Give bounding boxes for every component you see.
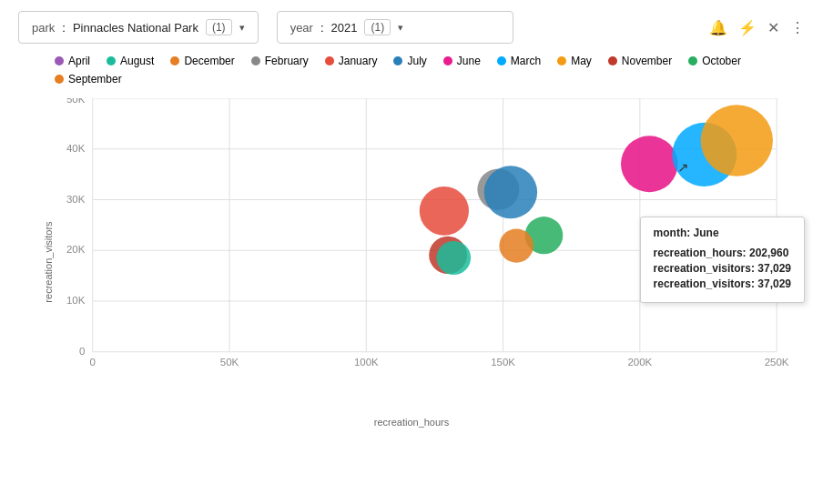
legend-item-april: April <box>55 55 90 67</box>
park-dropdown-icon[interactable]: ▾ <box>239 22 245 34</box>
bell-icon[interactable]: 🔔 <box>709 19 727 36</box>
svg-text:200K: 200K <box>627 357 652 368</box>
legend-label-june: June <box>457 55 481 67</box>
legend-dot-august <box>107 56 116 66</box>
legend-dot-january <box>325 56 334 66</box>
legend-item-july: July <box>393 55 426 67</box>
tooltip-row2: recreation_visitors: 37,029 <box>654 262 791 275</box>
svg-text:30K: 30K <box>66 194 86 205</box>
tooltip-month-label: month: <box>654 227 694 239</box>
legend-item-january: January <box>325 55 378 67</box>
legend-item-march: March <box>497 55 541 67</box>
bubble-july <box>484 166 537 218</box>
park-filter[interactable]: park: Pinnacles National Park (1) ▾ <box>18 11 259 44</box>
svg-text:50K: 50K <box>66 98 86 105</box>
legend-dot-october <box>688 56 697 66</box>
filter-icon[interactable]: ⚡ <box>738 19 757 36</box>
tooltip-row1-label: recreation_hours: <box>654 247 749 259</box>
legend-label-february: February <box>265 55 309 67</box>
legend-item-may: May <box>557 55 592 67</box>
svg-text:40K: 40K <box>66 143 86 154</box>
year-filter-count: (1) <box>364 19 391 35</box>
settings-icon[interactable]: ✕ <box>767 19 779 36</box>
tooltip-row2-value: 37,029 <box>757 262 791 275</box>
year-filter-value: 2021 <box>331 21 358 35</box>
tooltip-month: month: June <box>654 227 791 239</box>
year-filter[interactable]: year: 2021 (1) ▾ <box>277 11 513 44</box>
legend-label-september: September <box>68 73 122 86</box>
legend-dot-february <box>251 56 260 66</box>
tooltip: month: June recreation_hours: 202,960 re… <box>640 217 805 303</box>
y-axis-label: recreation_visitors <box>43 221 54 302</box>
legend-label-may: May <box>571 55 592 67</box>
chart-legend: AprilAugustDecemberFebruaryJanuaryJulyJu… <box>0 55 823 89</box>
legend-label-october: October <box>702 55 741 67</box>
tooltip-row3-value: 37,029 <box>757 277 791 290</box>
filter-group: park: Pinnacles National Park (1) ▾ year… <box>18 11 513 44</box>
bubble-june <box>621 136 678 192</box>
legend-label-december: December <box>184 55 234 67</box>
legend-dot-november <box>608 56 617 66</box>
svg-text:↗: ↗ <box>677 160 689 175</box>
bubble-may <box>701 105 773 176</box>
legend-label-march: March <box>511 55 541 67</box>
legend-item-august: August <box>107 55 154 67</box>
legend-dot-march <box>497 56 506 66</box>
svg-text:250K: 250K <box>765 357 789 368</box>
tooltip-row3: recreation_visitors: 37,029 <box>654 277 791 290</box>
svg-text:0: 0 <box>79 346 85 357</box>
tooltip-month-value: June <box>694 227 719 239</box>
tooltip-row2-label: recreation_visitors: <box>654 262 758 275</box>
park-filter-count: (1) <box>206 19 232 35</box>
legend-dot-may <box>557 56 566 66</box>
legend-item-november: November <box>608 55 672 67</box>
svg-text:20K: 20K <box>66 244 86 255</box>
legend-label-january: January <box>339 55 378 67</box>
legend-dot-july <box>393 56 402 66</box>
more-icon[interactable]: ⋮ <box>790 19 805 36</box>
legend-label-november: November <box>622 55 672 67</box>
bubble-december <box>499 228 533 262</box>
legend-label-july: July <box>407 55 426 67</box>
tooltip-row1-value: 202,960 <box>749 247 788 259</box>
year-filter-label: year <box>290 21 313 35</box>
park-filter-label: park <box>32 21 55 35</box>
legend-item-october: October <box>688 55 741 67</box>
legend-item-september: September <box>55 73 122 86</box>
legend-item-june: June <box>443 55 481 67</box>
top-bar: park: Pinnacles National Park (1) ▾ year… <box>0 0 823 55</box>
legend-dot-december <box>170 56 179 66</box>
toolbar-icons: 🔔 ⚡ ✕ ⋮ <box>709 19 805 36</box>
legend-dot-june <box>443 56 452 66</box>
bubble-august <box>437 241 472 275</box>
svg-text:50K: 50K <box>220 357 239 368</box>
x-axis-label: recreation_hours <box>374 417 450 428</box>
svg-text:150K: 150K <box>491 357 515 368</box>
chart-area: recreation_visitors recreation_hours 0 1… <box>0 89 823 435</box>
svg-text:100K: 100K <box>354 357 379 368</box>
legend-dot-april <box>55 56 64 66</box>
legend-label-april: April <box>68 55 90 67</box>
legend-item-december: December <box>170 55 234 67</box>
park-filter-value: Pinnacles National Park <box>73 21 198 35</box>
tooltip-row1: recreation_hours: 202,960 <box>654 247 791 259</box>
svg-text:10K: 10K <box>66 295 86 306</box>
legend-label-august: August <box>120 55 154 67</box>
legend-dot-september <box>55 75 64 84</box>
tooltip-row3-label: recreation_visitors: <box>654 277 758 290</box>
year-dropdown-icon[interactable]: ▾ <box>398 22 403 34</box>
svg-text:0: 0 <box>90 357 96 368</box>
bubble-january <box>420 186 469 236</box>
legend-item-february: February <box>251 55 309 67</box>
